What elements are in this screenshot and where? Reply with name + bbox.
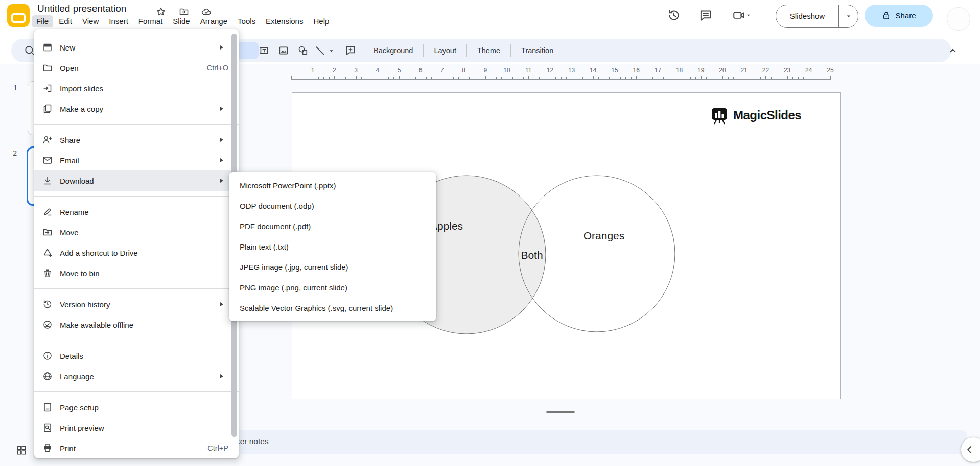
download-item-microsoft-powerpoint-pptx[interactable]: Microsoft PowerPoint (.pptx) xyxy=(229,175,436,195)
copy-icon xyxy=(42,104,53,114)
file-menu-item-email[interactable]: Email xyxy=(34,150,239,170)
file-menu-item-language[interactable]: Language xyxy=(34,366,239,386)
menubar-item-insert[interactable]: Insert xyxy=(104,15,133,27)
file-menu-item-page-setup[interactable]: Page setup xyxy=(34,397,239,418)
hide-menus-button[interactable] xyxy=(946,44,960,57)
file-menu-item-move-to-bin[interactable]: Move to bin xyxy=(34,263,239,283)
file-menu-item-version-history[interactable]: Version history xyxy=(34,294,239,314)
menubar-item-file[interactable]: File xyxy=(32,15,53,27)
layout-button[interactable]: Layout xyxy=(426,46,464,55)
ruler-number: 15 xyxy=(611,67,618,74)
ruler-number: 9 xyxy=(483,67,487,74)
videocam-icon xyxy=(734,12,744,18)
ruler-number: 1 xyxy=(311,67,315,74)
avatar[interactable] xyxy=(947,7,970,31)
insert-line-button[interactable] xyxy=(313,41,327,60)
venn-label-both[interactable]: Both xyxy=(521,249,543,261)
chevron-left-icon xyxy=(968,447,971,453)
download-item-jpeg-image-jpg-current-slide[interactable]: JPEG image (.jpg, current slide) xyxy=(229,257,436,277)
grid-view-button[interactable] xyxy=(13,442,30,458)
download-submenu: Microsoft PowerPoint (.pptx)ODP document… xyxy=(229,172,436,321)
ruler-number: 22 xyxy=(762,67,769,74)
toolbar-separator xyxy=(423,44,424,57)
download-item-plain-text-txt[interactable]: Plain text (.txt) xyxy=(229,236,436,257)
file-menu-item-print[interactable]: PrintCtrl+P xyxy=(34,438,239,458)
transition-button[interactable]: Transition xyxy=(514,46,561,55)
insert-image-button[interactable] xyxy=(274,41,293,60)
insert-shape-button[interactable] xyxy=(293,41,313,60)
notes-splitter-handle[interactable] xyxy=(546,411,575,413)
download-item-pdf-document-pdf[interactable]: PDF document (.pdf) xyxy=(229,216,436,236)
menu-item-label: Make available offline xyxy=(60,321,239,329)
line-icon xyxy=(316,47,323,54)
file-menu-items: NewOpenCtrl+OImport slidesMake a copySha… xyxy=(34,37,239,458)
file-menu-item-download[interactable]: Download xyxy=(34,170,239,191)
ruler-number: 24 xyxy=(805,67,812,74)
menubar-item-help[interactable]: Help xyxy=(309,15,334,27)
comments-button[interactable] xyxy=(697,7,714,23)
share-button[interactable]: Share xyxy=(865,5,933,27)
menu-item-label: Language xyxy=(60,372,220,381)
file-menu-item-make-a-copy[interactable]: Make a copy xyxy=(34,99,239,119)
comment-add-icon xyxy=(346,47,354,55)
file-menu-item-move[interactable]: Move xyxy=(34,222,239,242)
info-icon xyxy=(42,351,53,361)
caret-down-icon xyxy=(847,15,850,17)
menubar-item-view[interactable]: View xyxy=(78,15,103,27)
file-menu-item-new[interactable]: New xyxy=(34,37,239,58)
ruler-number: 19 xyxy=(697,67,704,74)
download-item-scalable-vector-graphics-svg-current-slide[interactable]: Scalable Vector Graphics (.svg, current … xyxy=(229,298,436,318)
magicslides-logo-icon xyxy=(710,106,729,125)
text-box-button[interactable] xyxy=(254,41,274,60)
file-menu-item-details[interactable]: Details xyxy=(34,346,239,366)
menu-separator xyxy=(34,391,239,392)
menu-item-label: Open xyxy=(60,64,207,72)
page-icon xyxy=(42,402,53,412)
shortcut-label: Ctrl+P xyxy=(207,444,228,452)
grid-icon xyxy=(17,446,25,454)
download-item-odp-document-odp[interactable]: ODP document (.odp) xyxy=(229,195,436,216)
slideshow-button[interactable]: Slideshow xyxy=(776,5,858,28)
background-button[interactable]: Background xyxy=(366,46,421,55)
submenu-arrow-icon xyxy=(220,158,223,162)
theme-button[interactable]: Theme xyxy=(470,46,508,55)
meet-button[interactable] xyxy=(730,7,754,23)
insert-comment-button[interactable] xyxy=(341,41,360,60)
menubar-item-tools[interactable]: Tools xyxy=(233,15,260,27)
ruler-number: 10 xyxy=(503,67,510,74)
menubar-item-arrange[interactable]: Arrange xyxy=(196,15,232,27)
menubar-item-format[interactable]: Format xyxy=(134,15,168,27)
file-menu-item-add-a-shortcut-to-drive[interactable]: Add a shortcut to Drive xyxy=(34,242,239,263)
toolbar-separator xyxy=(338,44,338,57)
file-menu-item-make-available-offline[interactable]: Make available offline xyxy=(34,314,239,335)
file-menu-item-print-preview[interactable]: Print preview xyxy=(34,418,239,438)
trash-icon xyxy=(42,268,53,278)
menubar-item-slide[interactable]: Slide xyxy=(168,15,194,27)
ruler-number: 13 xyxy=(568,67,575,74)
drive-add-icon xyxy=(42,248,53,258)
file-menu-item-open[interactable]: OpenCtrl+O xyxy=(34,58,239,78)
venn-label-oranges[interactable]: Oranges xyxy=(584,230,625,242)
magicslides-logo-text: MagicSlides xyxy=(733,108,801,122)
slideshow-label[interactable]: Slideshow xyxy=(776,12,838,20)
globe-icon xyxy=(42,371,53,381)
version-history-button[interactable] xyxy=(666,7,682,23)
slideshow-dropdown[interactable] xyxy=(839,13,858,20)
speaker-notes-panel[interactable]: Click to add speaker notes xyxy=(127,430,967,454)
file-menu-item-rename[interactable]: Rename xyxy=(34,202,239,222)
line-dropdown[interactable] xyxy=(327,41,335,60)
history-icon xyxy=(42,299,53,309)
download-item-png-image-png-current-slide[interactable]: PNG image (.png, current slide) xyxy=(229,277,436,298)
menubar-item-edit[interactable]: Edit xyxy=(54,15,77,27)
file-menu-item-share[interactable]: Share xyxy=(34,130,239,150)
submenu-arrow-icon xyxy=(220,374,223,378)
toolbar-separator xyxy=(466,44,467,57)
document-title[interactable]: Untitled presentation xyxy=(37,3,126,14)
menubar-item-extensions[interactable]: Extensions xyxy=(261,15,308,27)
menu-item-label: Make a copy xyxy=(60,105,220,113)
download-icon xyxy=(42,176,53,186)
menu-item-label: New xyxy=(60,43,220,52)
menu-item-label: Page setup xyxy=(60,403,239,412)
slides-logo-icon[interactable] xyxy=(7,4,30,27)
file-menu-item-import-slides[interactable]: Import slides xyxy=(34,78,239,99)
